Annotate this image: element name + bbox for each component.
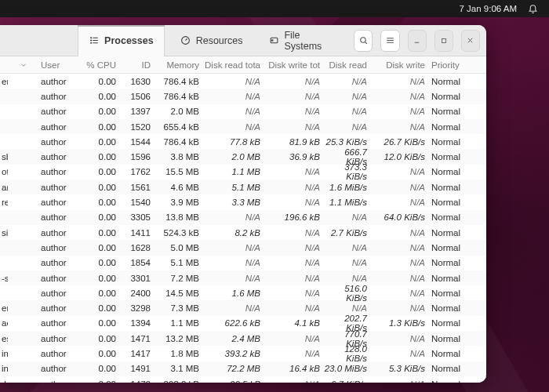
table-header[interactable]: User % CPU ID Memory Disk read tota Disk… (0, 56, 486, 74)
cell-user: author (39, 92, 80, 101)
cell-user: author (39, 152, 80, 162)
col-user[interactable]: User (39, 60, 80, 70)
cell-dr: N/A (323, 107, 370, 116)
cell-dwt: N/A (265, 167, 323, 176)
col-mem[interactable]: Memory (155, 60, 204, 70)
cell-dwt: 4.1 kB (265, 318, 323, 328)
cell-name: esktop-daem (0, 334, 8, 343)
maximize-button[interactable] (434, 30, 453, 52)
process-table[interactable]: User % CPU ID Memory Disk read tota Disk… (0, 56, 486, 383)
col-cpu[interactable]: % CPU (80, 60, 122, 70)
svg-point-4 (90, 40, 91, 41)
table-row[interactable]: sionauthor0.001411524.3 kB8.2 kBN/A2.7 K… (0, 225, 486, 240)
cell-dw: 26.7 KiB/s (370, 137, 428, 147)
cell-user: author (39, 77, 80, 86)
cell-drt: N/A (204, 274, 265, 283)
tab-resources[interactable]: Resources (169, 25, 254, 56)
cell-id: 1417 (122, 349, 155, 358)
cell-drt: 2.0 MB (204, 152, 265, 162)
cell-name: ar-factory (0, 183, 8, 192)
table-row[interactable]: author0.001520655.4 kBN/AN/AN/AN/ANormal (0, 119, 486, 134)
cell-dwt: N/A (265, 303, 323, 313)
cell-cpu: 0.00 (80, 243, 122, 252)
table-row[interactable]: esktop-daemauthor0.00147113.2 MB2.4 MBN/… (0, 331, 486, 346)
col-dr[interactable]: Disk read (323, 60, 370, 70)
menu-button[interactable] (380, 30, 399, 52)
col-prio[interactable]: Priority (428, 60, 472, 70)
cell-prio: Normal (428, 289, 472, 298)
cell-dr: N/A (323, 122, 370, 132)
cell-dr: N/A (323, 274, 370, 283)
table-row[interactable]: author0.001544786.4 kB77.8 kB81.9 kB25.3… (0, 134, 486, 149)
table-row[interactable]: enter-search-pauthor0.0032987.3 MBN/AN/A… (0, 300, 486, 315)
cell-prio: Normal (428, 137, 472, 147)
cell-mem: 1.1 MB (155, 318, 204, 328)
cell-dr: N/A (323, 212, 370, 222)
cell-id: 3301 (122, 274, 155, 283)
table-row[interactable]: author0.001506786.4 kBN/AN/AN/AN/ANormal (0, 89, 486, 103)
table-row[interactable]: author0.0018545.1 MBN/AN/AN/AN/ANormal (0, 256, 486, 270)
clock[interactable]: 7 Jan 9:06 AM (459, 4, 517, 13)
table-row[interactable]: otifyauthor0.00176215.5 MB1.1 MBN/A373.3… (0, 165, 486, 180)
table-row[interactable]: inaryauthor0.0014171.8 MB393.2 kBN/A128.… (0, 346, 486, 361)
cell-cpu: 0.00 (80, 107, 122, 116)
cell-prio: Normal (428, 228, 472, 238)
close-button[interactable] (461, 30, 480, 52)
cell-id: 1472 (122, 379, 155, 383)
col-dw[interactable]: Disk write (370, 60, 428, 70)
cell-cpu: 0.00 (80, 77, 122, 86)
cell-dr: N/A (323, 77, 370, 86)
table-row[interactable]: author0.0016285.0 MBN/AN/AN/AN/ANormal (0, 240, 486, 255)
cell-prio: Normal (428, 303, 472, 313)
table-row[interactable]: author0.0013972.0 MBN/AN/AN/AN/ANormal (0, 104, 486, 119)
col-drt[interactable]: Disk read tota (204, 60, 265, 70)
cell-user: author (39, 334, 80, 343)
cell-prio: Normal (428, 212, 472, 222)
table-row[interactable]: inaryauthor0.0014913.1 MB72.2 MB16.4 kB2… (0, 361, 486, 376)
cell-dwt: N/A (265, 258, 323, 267)
table-body: erauthor0.001630786.4 kBN/AN/AN/AN/ANorm… (0, 74, 486, 383)
col-id[interactable]: ID (122, 60, 155, 70)
cell-id: 1854 (122, 258, 155, 267)
cell-dr: 516.0 KiB/s (323, 284, 370, 303)
table-row[interactable]: author0.00240014.5 MB1.6 MBN/A516.0 KiB/… (0, 285, 486, 300)
cell-dwt: N/A (265, 92, 323, 101)
table-row[interactable]: erauthor0.001630786.4 kBN/AN/AN/AN/ANorm… (0, 74, 486, 89)
cell-mem: 7.2 MB (155, 274, 204, 283)
cell-mem: 524.3 kB (155, 228, 204, 238)
table-row[interactable]: sbook-factoryauthor0.0015963.8 MB2.0 MB3… (0, 149, 486, 164)
cell-mem: 4.6 MB (155, 183, 204, 192)
cell-name: sion (0, 228, 8, 238)
cell-cpu: 0.00 (80, 228, 122, 238)
table-row[interactable]: registryauthor0.0015403.9 MB3.3 MBN/A1.1… (0, 194, 486, 209)
table-row[interactable]: :lauthor0.001472393.2 kB20.5 kBN/A6.7 Ki… (0, 376, 486, 383)
table-row[interactable]: author0.00330513.8 MBN/A196.6 kBN/A64.0 … (0, 210, 486, 225)
cell-mem: 14.5 MB (155, 289, 204, 298)
cell-dw: N/A (370, 303, 428, 313)
table-row[interactable]: ar-factoryauthor0.0015614.6 MB5.1 MBN/A1… (0, 180, 486, 194)
tab-processes[interactable]: Processes (78, 25, 165, 56)
gnome-topbar: 7 Jan 9:06 AM (0, 0, 549, 17)
cell-prio: Normal (428, 77, 472, 86)
table-row[interactable]: -search-proviauthor0.0033017.2 MBN/AN/AN… (0, 270, 486, 285)
cell-prio: Normal (428, 243, 472, 252)
cell-dwt: N/A (265, 379, 323, 383)
cell-name: er (0, 77, 8, 86)
notifications-icon[interactable] (528, 3, 538, 15)
cell-mem: 655.4 kB (155, 122, 204, 132)
cell-mem: 393.2 kB (155, 379, 204, 383)
cell-id: 1491 (122, 364, 155, 373)
search-button[interactable] (354, 30, 373, 52)
cell-cpu: 0.00 (80, 318, 122, 328)
cell-cpu: 0.00 (80, 289, 122, 298)
table-row[interactable]: aemonauthor0.0013941.1 MB622.6 kB4.1 kB2… (0, 316, 486, 331)
cell-dr: 6.7 KiB/s (323, 379, 370, 383)
col-sort-indicator[interactable] (8, 60, 39, 70)
cell-user: author (39, 107, 80, 116)
tab-filesystems[interactable]: File Systems (258, 25, 341, 56)
cell-mem: 5.0 MB (155, 243, 204, 252)
col-dwt[interactable]: Disk write tot (265, 60, 323, 70)
cell-prio: Normal (428, 258, 472, 267)
cell-mem: 13.2 MB (155, 334, 204, 343)
minimize-button[interactable] (408, 30, 427, 52)
